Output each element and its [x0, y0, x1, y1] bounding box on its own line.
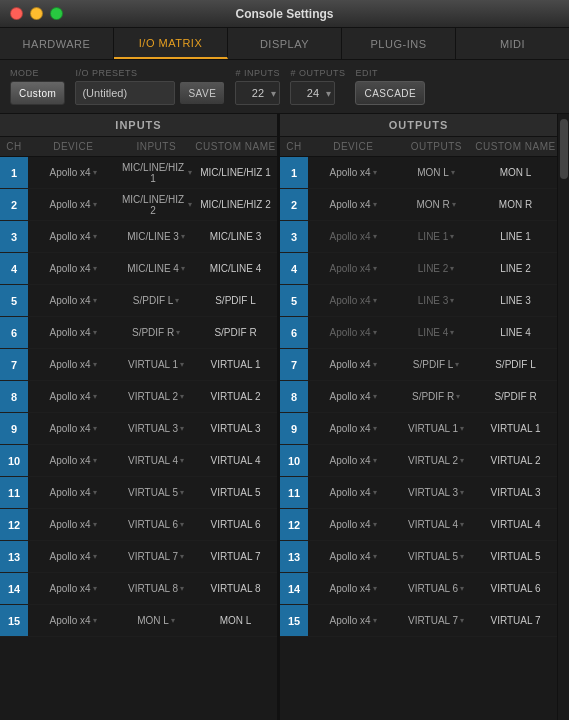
device-cell[interactable]: Apollo x4 ▾	[28, 359, 118, 370]
custom-name-cell[interactable]: LINE 1	[474, 231, 557, 242]
custom-name-cell[interactable]: VIRTUAL 7	[474, 615, 557, 626]
custom-name-cell[interactable]: VIRTUAL 2	[194, 391, 277, 402]
cascade-button[interactable]: CASCADE	[355, 81, 425, 105]
table-row[interactable]: 7 Apollo x4 ▾ S/PDIF L ▾ S/PDIF L	[280, 349, 557, 381]
tab-display[interactable]: DISPLAY	[228, 28, 342, 59]
table-row[interactable]: 13 Apollo x4 ▾ VIRTUAL 5 ▾ VIRTUAL 5	[280, 541, 557, 573]
io-cell[interactable]: S/PDIF R ▾	[398, 391, 474, 402]
device-cell[interactable]: Apollo x4 ▾	[308, 167, 398, 178]
io-cell[interactable]: MIC/LINE/HIZ 1 ▾	[118, 162, 194, 184]
io-cell[interactable]: MIC/LINE/HIZ 2 ▾	[118, 194, 194, 216]
io-cell[interactable]: VIRTUAL 7 ▾	[398, 615, 474, 626]
io-cell[interactable]: VIRTUAL 3 ▾	[118, 423, 194, 434]
io-cell[interactable]: LINE 3 ▾	[398, 295, 474, 306]
table-row[interactable]: 10 Apollo x4 ▾ VIRTUAL 4 ▾ VIRTUAL 4	[0, 445, 277, 477]
minimize-button[interactable]	[30, 7, 43, 20]
table-row[interactable]: 15 Apollo x4 ▾ MON L ▾ MON L	[0, 605, 277, 637]
custom-name-cell[interactable]: MON L	[474, 167, 557, 178]
custom-name-cell[interactable]: VIRTUAL 4	[194, 455, 277, 466]
io-cell[interactable]: VIRTUAL 6 ▾	[398, 583, 474, 594]
custom-name-cell[interactable]: VIRTUAL 1	[194, 359, 277, 370]
table-row[interactable]: 11 Apollo x4 ▾ VIRTUAL 3 ▾ VIRTUAL 3	[280, 477, 557, 509]
device-cell[interactable]: Apollo x4 ▾	[308, 583, 398, 594]
io-cell[interactable]: MIC/LINE 4 ▾	[118, 263, 194, 274]
table-row[interactable]: 5 Apollo x4 ▾ LINE 3 ▾ LINE 3	[280, 285, 557, 317]
custom-name-cell[interactable]: S/PDIF L	[474, 359, 557, 370]
table-row[interactable]: 9 Apollo x4 ▾ VIRTUAL 3 ▾ VIRTUAL 3	[0, 413, 277, 445]
table-row[interactable]: 8 Apollo x4 ▾ S/PDIF R ▾ S/PDIF R	[280, 381, 557, 413]
device-cell[interactable]: Apollo x4 ▾	[28, 423, 118, 434]
custom-name-cell[interactable]: VIRTUAL 4	[474, 519, 557, 530]
device-cell[interactable]: Apollo x4 ▾	[308, 615, 398, 626]
custom-name-cell[interactable]: LINE 4	[474, 327, 557, 338]
table-row[interactable]: 12 Apollo x4 ▾ VIRTUAL 6 ▾ VIRTUAL 6	[0, 509, 277, 541]
custom-name-cell[interactable]: VIRTUAL 8	[194, 583, 277, 594]
close-button[interactable]	[10, 7, 23, 20]
table-row[interactable]: 1 Apollo x4 ▾ MON L ▾ MON L	[280, 157, 557, 189]
table-row[interactable]: 6 Apollo x4 ▾ LINE 4 ▾ LINE 4	[280, 317, 557, 349]
table-row[interactable]: 3 Apollo x4 ▾ LINE 1 ▾ LINE 1	[280, 221, 557, 253]
table-row[interactable]: 11 Apollo x4 ▾ VIRTUAL 5 ▾ VIRTUAL 5	[0, 477, 277, 509]
table-row[interactable]: 9 Apollo x4 ▾ VIRTUAL 1 ▾ VIRTUAL 1	[280, 413, 557, 445]
custom-name-cell[interactable]: S/PDIF L	[194, 295, 277, 306]
io-cell[interactable]: VIRTUAL 5 ▾	[398, 551, 474, 562]
io-cell[interactable]: MON R ▾	[398, 199, 474, 210]
mode-button[interactable]: Custom	[10, 81, 65, 105]
custom-name-cell[interactable]: VIRTUAL 7	[194, 551, 277, 562]
device-cell[interactable]: Apollo x4 ▾	[28, 551, 118, 562]
tab-midi[interactable]: MIDI	[456, 28, 569, 59]
table-row[interactable]: 14 Apollo x4 ▾ VIRTUAL 8 ▾ VIRTUAL 8	[0, 573, 277, 605]
io-cell[interactable]: VIRTUAL 5 ▾	[118, 487, 194, 498]
device-cell[interactable]: Apollo x4 ▾	[308, 519, 398, 530]
io-cell[interactable]: LINE 1 ▾	[398, 231, 474, 242]
io-cell[interactable]: VIRTUAL 7 ▾	[118, 551, 194, 562]
io-cell[interactable]: S/PDIF R ▾	[118, 327, 194, 338]
io-cell[interactable]: LINE 4 ▾	[398, 327, 474, 338]
outputs-count-input[interactable]: 24	[290, 81, 335, 105]
io-cell[interactable]: S/PDIF L ▾	[118, 295, 194, 306]
custom-name-cell[interactable]: LINE 3	[474, 295, 557, 306]
custom-name-cell[interactable]: MON R	[474, 199, 557, 210]
maximize-button[interactable]	[50, 7, 63, 20]
tab-io-matrix[interactable]: I/O MATRIX	[114, 28, 228, 59]
table-row[interactable]: 7 Apollo x4 ▾ VIRTUAL 1 ▾ VIRTUAL 1	[0, 349, 277, 381]
custom-name-cell[interactable]: VIRTUAL 1	[474, 423, 557, 434]
table-row[interactable]: 10 Apollo x4 ▾ VIRTUAL 2 ▾ VIRTUAL 2	[280, 445, 557, 477]
io-cell[interactable]: LINE 2 ▾	[398, 263, 474, 274]
tab-hardware[interactable]: HARDWARE	[0, 28, 114, 59]
custom-name-cell[interactable]: MIC/LINE 4	[194, 263, 277, 274]
device-cell[interactable]: Apollo x4 ▾	[28, 327, 118, 338]
custom-name-cell[interactable]: LINE 2	[474, 263, 557, 274]
device-cell[interactable]: Apollo x4 ▾	[28, 519, 118, 530]
custom-name-cell[interactable]: MIC/LINE/HIZ 1	[194, 167, 277, 178]
device-cell[interactable]: Apollo x4 ▾	[308, 295, 398, 306]
custom-name-cell[interactable]: VIRTUAL 6	[194, 519, 277, 530]
io-cell[interactable]: VIRTUAL 1 ▾	[118, 359, 194, 370]
inputs-count-input[interactable]: 22	[235, 81, 280, 105]
device-cell[interactable]: Apollo x4 ▾	[28, 167, 118, 178]
custom-name-cell[interactable]: VIRTUAL 5	[474, 551, 557, 562]
table-row[interactable]: 2 Apollo x4 ▾ MON R ▾ MON R	[280, 189, 557, 221]
io-cell[interactable]: VIRTUAL 4 ▾	[398, 519, 474, 530]
device-cell[interactable]: Apollo x4 ▾	[28, 231, 118, 242]
device-cell[interactable]: Apollo x4 ▾	[28, 295, 118, 306]
device-cell[interactable]: Apollo x4 ▾	[28, 615, 118, 626]
custom-name-cell[interactable]: VIRTUAL 5	[194, 487, 277, 498]
save-button[interactable]: SAVE	[179, 81, 225, 105]
device-cell[interactable]: Apollo x4 ▾	[308, 199, 398, 210]
table-row[interactable]: 13 Apollo x4 ▾ VIRTUAL 7 ▾ VIRTUAL 7	[0, 541, 277, 573]
custom-name-cell[interactable]: S/PDIF R	[194, 327, 277, 338]
io-cell[interactable]: S/PDIF L ▾	[398, 359, 474, 370]
table-row[interactable]: 1 Apollo x4 ▾ MIC/LINE/HIZ 1 ▾ MIC/LINE/…	[0, 157, 277, 189]
device-cell[interactable]: Apollo x4 ▾	[28, 487, 118, 498]
table-row[interactable]: 2 Apollo x4 ▾ MIC/LINE/HIZ 2 ▾ MIC/LINE/…	[0, 189, 277, 221]
presets-input[interactable]: (Untitled)	[75, 81, 175, 105]
tab-plug-ins[interactable]: PLUG-INS	[342, 28, 456, 59]
table-row[interactable]: 14 Apollo x4 ▾ VIRTUAL 6 ▾ VIRTUAL 6	[280, 573, 557, 605]
io-cell[interactable]: VIRTUAL 3 ▾	[398, 487, 474, 498]
table-row[interactable]: 12 Apollo x4 ▾ VIRTUAL 4 ▾ VIRTUAL 4	[280, 509, 557, 541]
device-cell[interactable]: Apollo x4 ▾	[308, 455, 398, 466]
device-cell[interactable]: Apollo x4 ▾	[308, 359, 398, 370]
device-cell[interactable]: Apollo x4 ▾	[308, 391, 398, 402]
scrollbar-thumb[interactable]	[560, 119, 568, 179]
